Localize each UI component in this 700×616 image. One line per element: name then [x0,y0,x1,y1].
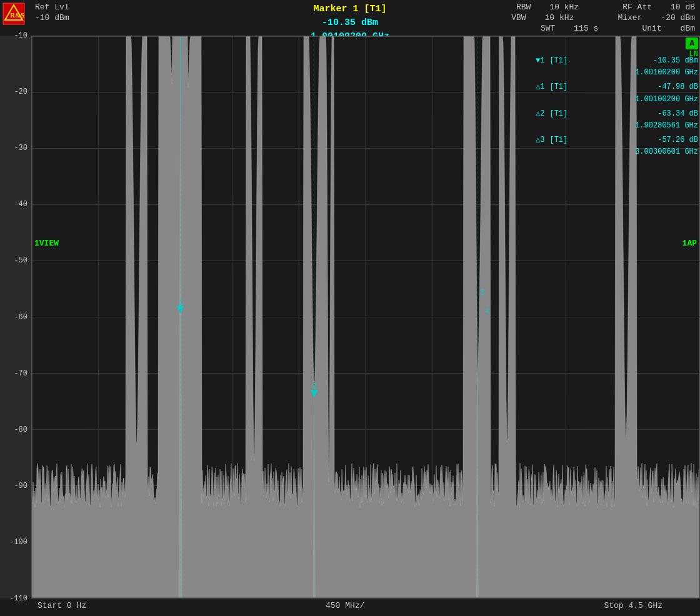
ap-label: 1AP [682,239,697,248]
marker-d1-freq-row: 1.00100200 GHz [536,94,698,106]
chart-wrapper: -10-20-30-40-50-60-70-80-90-100-110 1VIE… [0,36,700,599]
rf-att-label: RF Att [622,2,652,12]
rbw-label: RBW [516,2,531,12]
y-label--100: -100 [9,538,28,547]
swt-label: SWT [541,24,555,33]
header-row-2: -10 dBm -10.35 dBm VBW 10 kHz Mixer -20 … [5,13,695,22]
marker-d2-freq: 1.90280561 GHz [635,121,698,130]
right-panel: ▼1 [T1] -10.35 dBm 1.00100200 GHz △1 [T1… [536,55,698,159]
marker-d2-value: -63.34 dB [658,108,698,120]
marker-d1-value: -47.98 dB [658,81,698,93]
marker-d1-freq: 1.00100200 GHz [635,95,698,104]
view-label: 1VIEW [34,239,59,248]
x-start: Start 0 Hz [38,601,86,614]
marker-freq-value: -10.35 dBm [322,17,378,28]
y-label--80: -80 [14,425,28,434]
y-label--50: -50 [14,256,28,265]
unit-value: dBm [681,24,695,33]
y-label--20: -20 [14,87,28,96]
y-label--110: -110 [9,594,28,603]
x-stop: Stop 4.5 GHz [604,601,662,614]
x-axis-footer: Start 0 Hz 450 MHz/ Stop 4.5 GHz [0,599,700,616]
y-label--30: -30 [14,144,28,152]
x-mid: 450 MHz/ [326,601,364,614]
y-label--90: -90 [14,482,28,490]
a-button[interactable]: A [686,37,698,49]
marker-d3-value: -57.26 dB [658,134,698,146]
vbw-value: 10 kHz [545,13,574,22]
marker-d3-row: △3 [T1] -57.26 dB [536,134,698,146]
app: R&S Ref Lvl Marker 1 [T1] RBW 10 kHz RF … [0,0,700,616]
ref-label: Ref Lvl [35,2,69,12]
ref-value: -10 dBm [35,13,69,22]
marker-main-value: -10.35 dBm [653,55,698,67]
y-label--70: -70 [14,369,28,378]
chart-plot: 1VIEW 1AP A LN ▼1 [T1] -10.35 dBm 1.0010… [31,36,700,599]
marker-d3-sym: △3 [536,134,544,146]
logo: R&S [2,2,25,25]
marker-d1-tag: [T1] [549,81,568,93]
header-row-1: Ref Lvl Marker 1 [T1] RBW 10 kHz RF Att … [5,2,695,12]
marker-d1-sym: △1 [536,81,544,93]
marker-main-row: ▼1 [T1] -10.35 dBm [536,55,698,67]
marker-main-freq-row: 1.00100200 GHz [536,67,698,79]
right-params-row1: RBW 10 kHz RF Att 10 dB [491,2,695,12]
marker-title: Marker 1 [T1] [313,4,386,14]
rbw-value: 10 kHz [549,2,579,12]
svg-text:R&S: R&S [10,11,24,19]
y-axis: -10-20-30-40-50-60-70-80-90-100-110 [0,36,31,599]
marker-d2-row: △2 [T1] -63.34 dB [536,108,698,120]
right-params-row2: VBW 10 kHz Mixer -20 dBm [486,13,695,22]
marker-d2-freq-row: 1.90280561 GHz [536,120,698,132]
marker-d3-tag: [T1] [549,134,568,146]
vbw-label: VBW [511,13,526,22]
marker-d1-row: △1 [T1] -47.98 dB [536,81,698,93]
mixer-label: Mixer [618,13,642,22]
marker-main-tag: [T1] [549,55,568,67]
marker-d3-freq-row: 3.00300601 GHz [536,146,698,158]
marker-d3-freq: 3.00300601 GHz [635,147,698,156]
rf-att-value: 10 dB [671,2,695,12]
marker-main-triangle: ▼1 [536,55,544,67]
swt-value: 115 s [574,24,598,33]
marker-main-freq: 1.00100200 GHz [635,68,698,77]
y-label--60: -60 [14,313,28,322]
right-params-row3: SWT 115 s Unit dBm [516,24,695,33]
marker-d2-sym: △2 [536,108,544,120]
y-label--10: -10 [14,31,28,40]
header: R&S Ref Lvl Marker 1 [T1] RBW 10 kHz RF … [0,0,700,36]
unit-label: Unit [642,24,661,33]
chart-area: -10-20-30-40-50-60-70-80-90-100-110 1VIE… [0,36,700,616]
mixer-value: -20 dBm [661,13,695,22]
marker-d2-tag: [T1] [549,108,568,120]
y-label--40: -40 [14,200,28,209]
